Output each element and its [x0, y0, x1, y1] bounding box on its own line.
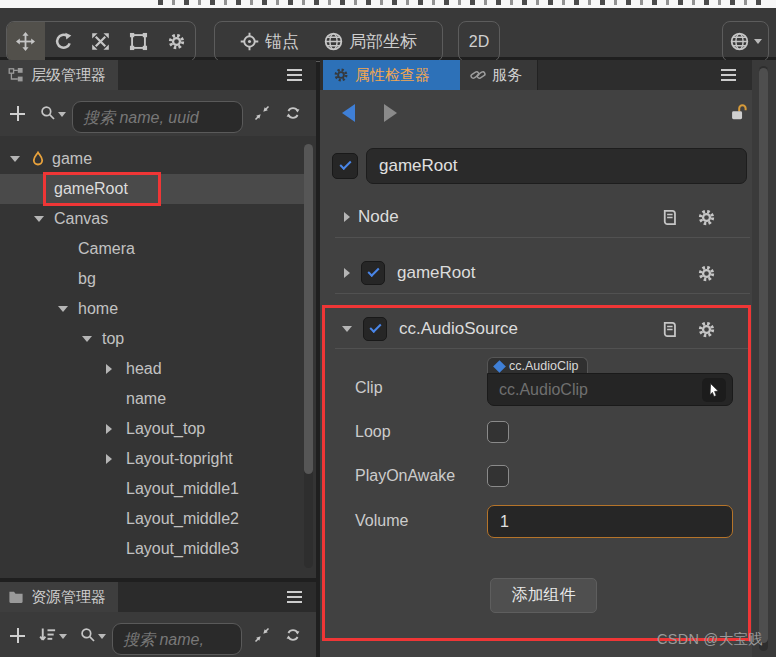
loop-checkbox[interactable] [487, 421, 509, 443]
mode-2d-button[interactable]: 2D [458, 21, 500, 62]
cursor-pick-icon [706, 382, 722, 398]
caret-right-icon[interactable] [106, 364, 112, 374]
hierarchy-menu-icon[interactable] [287, 69, 302, 81]
create-node-button[interactable] [10, 106, 25, 121]
create-asset-button[interactable] [10, 628, 25, 643]
tree-item-layout-middle2[interactable]: Layout_middle2 [0, 504, 304, 534]
anchor-pivot-button[interactable]: 锚点 [240, 30, 299, 53]
tree-item-layout-topright[interactable]: Layout-topright [0, 444, 304, 474]
local-coords-label: 局部坐标 [349, 30, 417, 53]
tree-item-label: Layout_top [126, 420, 205, 438]
tree-item-home[interactable]: home [0, 294, 304, 324]
playonawake-checkbox[interactable] [487, 465, 509, 487]
tree-item-bg[interactable]: bg [0, 264, 304, 294]
hierarchy-search-input[interactable] [72, 101, 243, 133]
component-enabled-checkbox[interactable] [361, 261, 385, 285]
pivot-coords-group: 锚点 局部坐标 [214, 21, 443, 62]
tree-item-canvas[interactable]: Canvas [0, 204, 304, 234]
collapse-all-icon[interactable] [254, 627, 270, 643]
sort-icon[interactable] [38, 626, 57, 645]
caret-right-icon[interactable] [106, 454, 112, 464]
help-book-icon[interactable] [660, 208, 679, 227]
refresh-icon[interactable] [285, 627, 301, 643]
sort-chevron-icon[interactable] [59, 634, 67, 639]
gear-icon[interactable] [697, 208, 716, 227]
clip-asset-slot[interactable]: cc.AudioClip [487, 373, 733, 406]
tree-item-label: game [52, 150, 92, 168]
move-tool-button[interactable] [7, 22, 45, 61]
lock-open-icon[interactable] [729, 103, 748, 122]
tree-item-name[interactable]: name [0, 384, 304, 414]
tree-item-layout-top[interactable]: Layout_top [0, 414, 304, 444]
help-book-icon[interactable] [660, 320, 679, 339]
tree-item-game[interactable]: game [0, 144, 304, 174]
history-back-icon[interactable] [342, 104, 355, 122]
inspector-navrow [320, 90, 752, 136]
rotate-tool-button[interactable] [45, 22, 83, 61]
caret-down-icon[interactable] [342, 326, 352, 332]
tab-inspector[interactable]: 属性检查器 [323, 60, 460, 90]
clip-placeholder: cc.AudioClip [499, 381, 588, 399]
hierarchy-toolbar [0, 90, 316, 136]
caret-right-icon[interactable] [344, 212, 350, 222]
tree-item-layout-middle1[interactable]: Layout_middle1 [0, 474, 304, 504]
tab-hierarchy[interactable]: 层级管理器 [0, 60, 118, 90]
caret-right-icon[interactable] [106, 424, 112, 434]
hierarchy-scrollbar-thumb[interactable] [304, 144, 313, 474]
clip-label: Clip [355, 379, 383, 397]
gear-icon[interactable] [697, 320, 716, 339]
caret-down-icon[interactable] [82, 336, 92, 342]
inspector-scroll-gutter [752, 60, 776, 657]
tab-services[interactable]: 服务 [460, 60, 538, 90]
inspector-panel: 属性检查器 服务 Node [320, 60, 776, 657]
search-filter-chevron-icon[interactable] [98, 634, 106, 639]
divider [335, 237, 750, 238]
gear-icon[interactable] [697, 264, 716, 283]
caret-down-icon[interactable] [58, 306, 68, 312]
tree-item-top[interactable]: top [0, 324, 304, 354]
caret-right-icon[interactable] [344, 268, 350, 278]
refresh-icon[interactable] [285, 105, 301, 121]
section-audiosource[interactable]: cc.AudioSource [320, 312, 752, 346]
assets-panel: 资源管理器 [0, 582, 316, 657]
inspector-menu-icon[interactable] [721, 69, 736, 81]
collapse-all-icon[interactable] [254, 105, 270, 121]
volume-input[interactable] [487, 505, 733, 538]
scale-tool-button[interactable] [82, 22, 120, 61]
node-name-input[interactable] [366, 148, 747, 184]
add-component-button[interactable]: 添加组件 [490, 578, 597, 613]
assets-search-input[interactable] [112, 623, 242, 655]
hierarchy-scrollbar[interactable] [304, 144, 313, 568]
section-node[interactable]: Node [320, 200, 752, 234]
transform-tools-group [6, 21, 196, 62]
asset-picker-button[interactable] [702, 378, 726, 402]
gizmo-settings-button[interactable] [157, 22, 195, 61]
tree-item-label: Camera [78, 240, 135, 258]
tree-item-head[interactable]: head [0, 354, 304, 384]
tree-item-label: Layout_middle2 [126, 510, 239, 528]
assets-menu-icon[interactable] [287, 591, 302, 603]
rect-tool-button[interactable] [120, 22, 158, 61]
inspector-scrollbar-thumb[interactable] [759, 68, 768, 643]
search-icon[interactable] [80, 627, 96, 643]
tree-item-gameroot[interactable]: gameRoot [0, 174, 304, 204]
tree-item-camera[interactable]: Camera [0, 234, 304, 264]
scale-icon [91, 32, 110, 51]
component-enabled-checkbox[interactable] [363, 317, 387, 341]
tree-item-layout-middle3[interactable]: Layout_middle3 [0, 534, 304, 564]
search-filter-chevron-icon[interactable] [58, 112, 66, 117]
node-active-checkbox[interactable] [332, 153, 358, 179]
language-globe-button[interactable] [722, 21, 769, 62]
check-icon [367, 265, 379, 277]
caret-down-icon[interactable] [34, 216, 44, 222]
tab-assets[interactable]: 资源管理器 [0, 582, 118, 612]
inspector-scrollbar[interactable] [759, 66, 768, 651]
history-forward-icon[interactable] [384, 104, 397, 122]
search-icon[interactable] [40, 105, 56, 121]
local-coords-button[interactable]: 局部坐标 [324, 30, 417, 53]
gear-icon [167, 32, 186, 51]
section-gameroot-component[interactable]: gameRoot [320, 256, 752, 290]
caret-down-icon[interactable] [10, 156, 20, 162]
anchor-icon [240, 32, 259, 51]
loop-label: Loop [355, 423, 391, 441]
